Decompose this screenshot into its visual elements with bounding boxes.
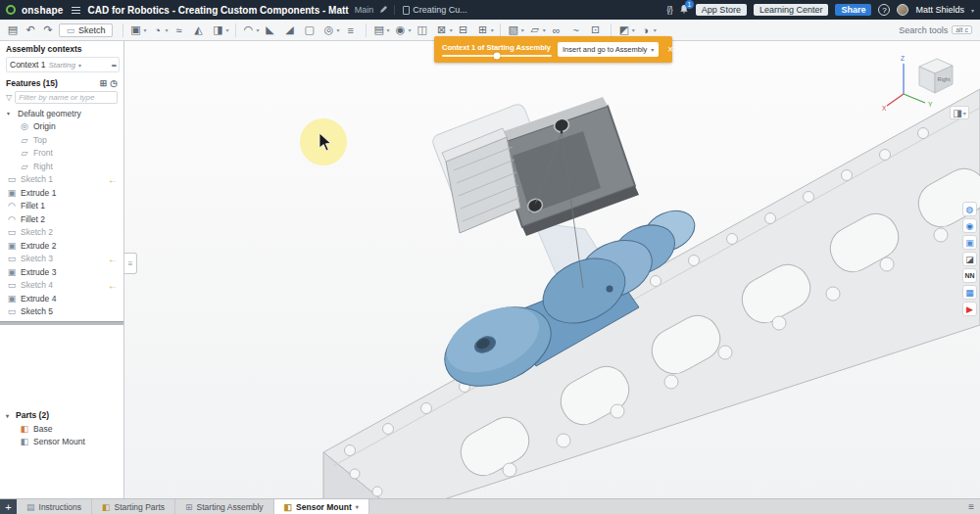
feedback-code-icon[interactable]: {/} — [666, 5, 672, 15]
parts-header[interactable]: ▾ Parts (2) — [0, 407, 123, 422]
feature-row[interactable]: ◠ Fillet 2 — [0, 212, 123, 226]
tab-instructions[interactable]: ▤ Instructions — [17, 499, 92, 514]
front-plane-row[interactable]: ▱ Front — [0, 147, 123, 161]
graphics-area[interactable] — [124, 41, 980, 498]
search-tools-button[interactable]: Search tools alt c — [899, 25, 976, 35]
help-button[interactable]: ? — [878, 4, 890, 16]
context-name: Context 1 — [10, 60, 45, 70]
tab-starting-assembly[interactable]: ⊞ Starting Assembly — [175, 499, 274, 514]
fillet-tool[interactable]: ◠▾ — [240, 22, 260, 38]
in-context-arrow-icon: ← — [108, 280, 118, 291]
lens-widget-icon[interactable]: ◉ — [962, 218, 977, 233]
slider-knob[interactable] — [494, 52, 501, 59]
circular-pattern-icon: ◉ — [392, 22, 410, 38]
learning-center-button[interactable]: Learning Center — [754, 4, 829, 16]
assembly-contexts-header: Assembly contexts — [0, 41, 123, 56]
notes-widget-icon[interactable]: NN — [962, 268, 977, 283]
collapse-caret-icon[interactable]: ▾ — [7, 110, 14, 117]
capture-widget-icon[interactable]: ▣ — [962, 235, 977, 250]
rollback-bar[interactable] — [0, 321, 123, 325]
context-menu-button[interactable]: ••• — [112, 62, 116, 69]
part-row[interactable]: ◧ Sensor Mount — [0, 436, 123, 449]
user-menu-caret-icon[interactable]: ▾ — [971, 7, 974, 14]
tab-manager-icon[interactable]: ≡ — [962, 499, 980, 514]
sphere-widget-icon[interactable]: ◍ — [962, 202, 977, 216]
sweep-tool[interactable]: ≈ — [171, 22, 188, 38]
part-row[interactable]: ◧ Base — [0, 422, 123, 436]
branch-label[interactable]: Main — [355, 5, 374, 15]
linear-pattern-tool[interactable]: ▤▾ — [370, 22, 390, 38]
grid-widget-icon[interactable]: ▦ — [962, 285, 977, 300]
new-tab-button[interactable]: + — [0, 499, 17, 514]
loft-tool[interactable]: ◭ — [190, 22, 208, 38]
tab-sensor-mount[interactable]: ◧ Sensor Mount ▾ — [274, 499, 369, 514]
feature-row[interactable]: ▭ Sketch 1 ← — [0, 173, 123, 187]
chamfer-tool[interactable]: ◣ — [262, 22, 279, 38]
feature-panel-resize-handle[interactable]: ≡ — [124, 253, 137, 274]
feature-row[interactable]: ▣ Extrude 3 — [0, 265, 123, 279]
feature-filter-input[interactable] — [15, 91, 118, 104]
sketch-button[interactable]: ▭ Sketch — [59, 23, 113, 37]
open-document-tab[interactable]: Creating Cu... — [394, 5, 467, 15]
feature-row[interactable]: ▭ Sketch 3 ← — [0, 253, 123, 266]
view-options-button[interactable]: ◨▾ — [950, 106, 969, 119]
feature-row[interactable]: ▭ Sketch 2 — [0, 226, 123, 240]
sweep-icon: ≈ — [171, 22, 188, 38]
mirror-tool[interactable]: ◫ — [414, 22, 431, 38]
extrude-tool[interactable]: ▣▾ — [127, 22, 147, 38]
onshape-wordmark: onshape — [22, 5, 64, 16]
onshape-logo-icon[interactable] — [6, 5, 16, 15]
user-name[interactable]: Matt Shields — [915, 5, 964, 15]
context-row[interactable]: Context 1 Starting ▾ ••• — [6, 57, 120, 72]
rollback-history-icon[interactable]: ◷ — [110, 78, 118, 88]
feature-row[interactable]: ▣ Extrude 1 — [0, 186, 123, 200]
collapse-caret-icon[interactable]: ▾ — [6, 412, 13, 419]
circular-pattern-tool[interactable]: ◉▾ — [392, 22, 412, 38]
mirror-icon: ◫ — [414, 22, 431, 38]
context-detail: Starting — [48, 61, 75, 70]
context-caret-icon[interactable]: ▾ — [78, 62, 81, 69]
default-geometry-row[interactable]: ▾ Default geometry — [0, 107, 123, 120]
insert-and-go-button[interactable]: Insert and go to Assembly ▾ — [558, 42, 659, 57]
app-store-button[interactable]: App Store — [696, 4, 747, 16]
thicken-tool[interactable]: ◨▾ — [210, 22, 229, 38]
undo-icon[interactable]: ↶ — [22, 22, 39, 38]
feature-row[interactable]: ◠ Fillet 1 — [0, 200, 123, 213]
cube-icon: ◨ — [953, 108, 961, 118]
shell-tool[interactable]: ▢ — [301, 22, 318, 38]
top-plane-row[interactable]: ▱ Top — [0, 133, 123, 147]
features-title: Features (15) — [6, 78, 58, 88]
feature-row[interactable]: ▣ Extrude 2 — [0, 239, 123, 253]
draft-tool[interactable]: ◢ — [281, 22, 299, 38]
redo-icon[interactable]: ↷ — [39, 22, 57, 38]
3d-viewport[interactable] — [124, 41, 980, 498]
feature-row[interactable]: ▭ Sketch 5 — [0, 305, 123, 319]
tab-menu-caret-icon[interactable]: ▾ — [356, 503, 359, 510]
new-folder-icon[interactable]: ⊞ — [100, 78, 108, 88]
panel-toggle-icon[interactable]: ▤ — [4, 22, 22, 38]
tab-starting-parts[interactable]: ◧ Starting Parts — [92, 499, 175, 514]
right-plane-row[interactable]: ▱ Right — [0, 160, 123, 173]
rib-tool[interactable]: ≡ — [342, 22, 360, 38]
main-menu-icon[interactable] — [72, 7, 80, 14]
view-cube-faces[interactable]: Right — [919, 59, 953, 93]
hole-tool[interactable]: ◎▾ — [320, 22, 340, 38]
origin-row[interactable]: ◎ Origin — [0, 120, 123, 134]
panel-widget-icon[interactable]: ◪ — [962, 252, 977, 266]
front-plane-label: Front — [33, 148, 53, 158]
video-widget-icon[interactable]: ▶ — [962, 302, 977, 316]
plane-icon: ▱ — [20, 162, 29, 171]
axis-z-label: Z — [901, 55, 905, 62]
notifications-bell-icon[interactable]: 1 — [679, 4, 689, 17]
feature-row[interactable]: ▭ Sketch 4 ← — [0, 279, 123, 293]
user-avatar[interactable] — [897, 4, 908, 16]
edit-pencil-icon[interactable] — [379, 5, 388, 16]
feature-row[interactable]: ▣ Extrude 4 — [0, 292, 123, 305]
banner-close-icon[interactable]: × — [664, 44, 676, 55]
context-opacity-slider[interactable] — [442, 55, 552, 57]
base-plate-part[interactable] — [323, 89, 980, 498]
revolve-tool[interactable]: ◔▾ — [149, 22, 169, 38]
fillet-icon: ◠ — [7, 214, 17, 224]
view-cube[interactable]: Z X Y Right — [880, 51, 960, 112]
share-button[interactable]: Share — [835, 4, 871, 16]
